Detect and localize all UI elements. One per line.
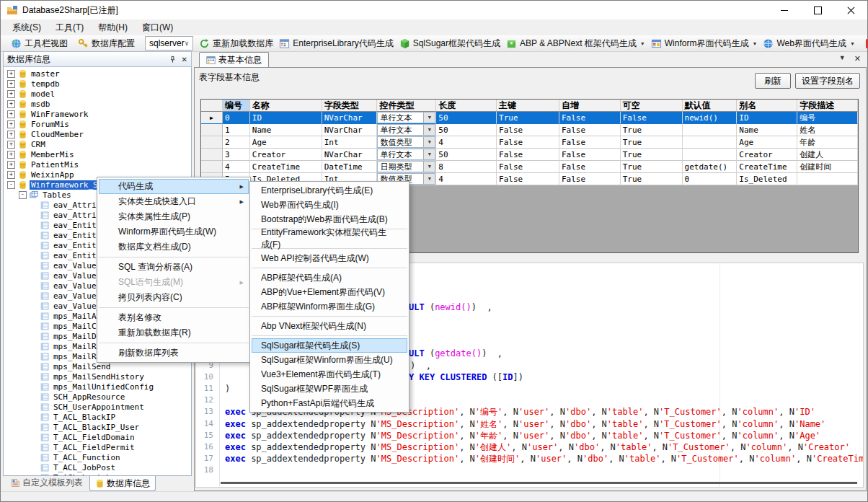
toolbar-view-button[interactable]: 工具栏视图 [8, 37, 71, 50]
tree-node-tables[interactable]: -Tables [19, 190, 73, 200]
expand-icon[interactable]: + [7, 151, 15, 159]
grid-cell-3-8[interactable] [683, 149, 738, 161]
refresh-button[interactable]: 刷新 [755, 73, 791, 89]
expand-icon[interactable]: + [7, 141, 15, 149]
grid-col-header-6[interactable]: 自增 [559, 100, 621, 112]
grid-cell-3-6[interactable]: False [559, 149, 621, 161]
grid-cell-0-3[interactable]: 单行文本▼ [377, 112, 436, 124]
tree-table-eav_Value_-7[interactable]: eav_Value_ [40, 270, 102, 281]
grid-cell-5-7[interactable]: True [621, 173, 683, 185]
tree-database-PatientMis[interactable]: +PatientMis [7, 159, 80, 169]
tree-table-SCH_AppResource-19[interactable]: SCH_AppResource [40, 392, 126, 402]
tree-table-eav_Entity-4[interactable]: eav_Entity [40, 240, 102, 250]
tree-database-MemberMis[interactable]: +MemberMis [7, 149, 76, 159]
expand-icon[interactable]: + [7, 171, 15, 179]
bottom-tab-0[interactable]: 自定义模板列表 [6, 476, 88, 490]
grid-cell-1-9[interactable]: Name [737, 124, 797, 136]
context-menu-item-10[interactable]: 表别名修改 [99, 310, 249, 325]
tree-database-ForumMis[interactable]: +ForumMis [7, 119, 71, 129]
context-menu-item-6[interactable]: SQL 查询分析器(A) [99, 260, 249, 275]
expand-icon[interactable]: + [7, 80, 15, 88]
toolbar-exit-button[interactable]: 退出 [862, 37, 868, 50]
menu-item-1[interactable]: 工具(T) [48, 19, 91, 35]
grid-col-header-9[interactable]: 别名 [737, 100, 797, 112]
submenu-item-0[interactable]: EnterpriseLibrary代码生成(E) [252, 183, 407, 198]
submenu-item-18[interactable]: Python+FastApi后端代码生成 [252, 396, 407, 410]
dropdown-arrow-icon[interactable]: ▼ [752, 41, 757, 46]
grid-row-0[interactable]: ▶0IDNVarChar单行文本▼50TrueFalseFalsenewid()… [201, 112, 858, 124]
submenu-item-16[interactable]: Vue3+Element界面代码生成(T) [252, 367, 407, 382]
grid-row-4[interactable]: 4CreateTimeDateTime日期类型▼8FalseFalseTrueg… [201, 161, 858, 173]
grid-cell-2-7[interactable]: True [621, 136, 683, 149]
grid-row-2[interactable]: 2AgeInt数值类型▼4FalseFalseTrueAge年龄 [201, 136, 858, 149]
expand-icon[interactable]: + [7, 161, 15, 169]
editor-hscrollbar[interactable] [221, 482, 857, 484]
submenu-item-8[interactable]: ABP框架代码生成(A) [252, 270, 407, 285]
grid-col-header-8[interactable]: 默认值 [683, 100, 738, 112]
expand-icon[interactable]: + [7, 131, 15, 138]
tree-database-msdb[interactable]: +msdb [7, 99, 52, 109]
grid-cell-1-1[interactable]: Name [250, 124, 322, 136]
tree-table-eav_Entity-3[interactable]: eav_Entity [40, 230, 102, 240]
combo-dropdown-icon[interactable]: ▼ [423, 162, 435, 172]
grid-col-header-3[interactable]: 控件类型 [377, 100, 436, 112]
grid-cell-2-3[interactable]: 数值类型▼ [377, 136, 436, 149]
context-menu-item-2[interactable]: 实体类属性生成(P) [99, 209, 249, 224]
toolbar-winform-button[interactable]: Winform界面代码生成 ▼ [648, 37, 761, 50]
close-button[interactable] [834, 1, 867, 19]
grid-cell-1-6[interactable]: False [559, 124, 621, 136]
set-alias-button[interactable]: 设置字段别名 [795, 73, 860, 89]
submenu-item-2[interactable]: Bootstrap的Web界面代码生成(B) [252, 212, 407, 226]
tree-table-eav_Value_-6[interactable]: eav_Value_ [40, 260, 102, 270]
grid-cell-4-8[interactable]: getdate() [683, 161, 738, 173]
tree-table-T_ACL_LoginLog-27[interactable]: T_ACL_LoginLog [40, 472, 122, 476]
tree-table-eav_Value_-10[interactable]: eav_Value_ [40, 301, 102, 311]
grid-cell-0-7[interactable]: False [621, 112, 683, 124]
submenu-item-4[interactable]: EntityFramework实体框架代码生成(F) [252, 232, 407, 246]
grid-col-header-4[interactable]: 长度 [436, 100, 497, 112]
combo-dropdown-icon[interactable]: ▼ [423, 137, 435, 147]
menu-item-3[interactable]: 窗口(W) [135, 19, 180, 35]
grid-cell-2-5[interactable]: False [497, 136, 559, 149]
grid-cell-1-10[interactable]: 姓名 [797, 124, 858, 136]
collapse-icon[interactable]: - [7, 181, 15, 189]
grid-cell-3-5[interactable]: False [497, 149, 559, 161]
tree-database-tempdb[interactable]: +tempdb [7, 79, 61, 89]
grid-cell-0-10[interactable]: 编号 [797, 112, 858, 124]
tree-table-mps_MailAt-11[interactable]: mps_MailAt [40, 311, 102, 321]
grid-cell-4-5[interactable]: False [497, 161, 559, 173]
tree-table-mps_MailCo-12[interactable]: mps_MailCo [40, 321, 102, 331]
grid-cell-5-4[interactable]: 4 [436, 173, 497, 185]
grid-cell-2-2[interactable]: Int [322, 136, 378, 149]
grid-cell-3-4[interactable]: 50 [436, 149, 497, 161]
tree-database-WeixinApp[interactable]: +WeixinApp [7, 169, 76, 180]
tree-database-WinFramework[interactable]: +WinFramework [7, 109, 89, 119]
dropdown-arrow-icon[interactable]: ▼ [850, 41, 855, 46]
grid-cell-3-3[interactable]: 单行文本▼ [377, 149, 436, 161]
tree-table-T_ACL_FieldDomain-23[interactable]: T_ACL_FieldDomain [40, 432, 136, 442]
menu-item-2[interactable]: 帮助(H) [91, 19, 135, 35]
tree-table-eav_Attrib-0[interactable]: eav_Attrib [40, 200, 102, 210]
grid-cell-4-9[interactable]: CreateTime [737, 161, 797, 173]
submenu-item-9[interactable]: ABP的Vue+Element界面代码(V) [252, 285, 407, 299]
tree-database-model[interactable]: +model [7, 89, 56, 99]
grid-cell-2-10[interactable]: 年龄 [797, 136, 858, 149]
tab-list-dropdown-icon[interactable]: ▼ [839, 54, 846, 63]
tree-table-eav_Entity-2[interactable]: eav_Entity [40, 220, 102, 230]
expand-icon[interactable]: + [7, 70, 15, 78]
grid-col-header-1[interactable]: 名称 [250, 100, 322, 112]
grid-row-3[interactable]: 3CreatorNVarChar单行文本▼50FalseFalseTrueCre… [201, 149, 858, 161]
grid-cell-2-9[interactable]: Age [737, 136, 797, 149]
tree-table-T_ACL_BlackIP_User-22[interactable]: T_ACL_BlackIP_User [40, 422, 141, 432]
grid-cell-4-1[interactable]: CreateTime [250, 161, 322, 173]
grid-cell-5-10[interactable] [797, 173, 858, 185]
combo-dropdown-icon[interactable]: ▼ [423, 174, 435, 184]
grid-cell-0-1[interactable]: ID [250, 112, 322, 124]
expand-icon[interactable]: + [7, 110, 15, 118]
context-menu-item-3[interactable]: Winform界面代码生成(W) [99, 224, 249, 239]
grid-cell-3-9[interactable]: Creator [737, 149, 797, 161]
grid-cell-4-6[interactable]: False [559, 161, 621, 173]
grid-col-header-5[interactable]: 主键 [497, 100, 559, 112]
tree-table-eav_Entity-5[interactable]: eav_Entity [40, 250, 102, 260]
tab-close-icon[interactable]: ✕ [854, 54, 861, 63]
